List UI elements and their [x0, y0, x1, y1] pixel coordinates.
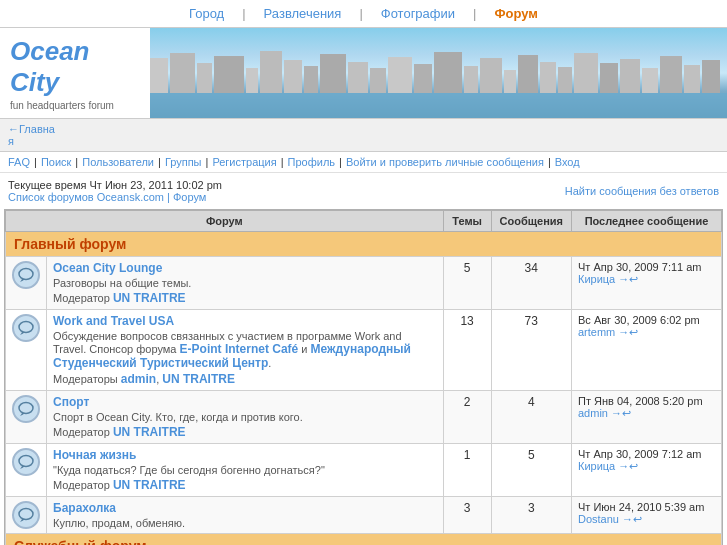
header-city-image [150, 28, 727, 118]
svg-rect-5 [246, 68, 258, 93]
mod-label-2: Модераторы [53, 373, 118, 385]
th-lastpost: Последнее сообщение [572, 211, 722, 232]
last-post-date-2: Вс Авг 30, 2009 6:02 pm [578, 314, 700, 326]
find-unanswered-link[interactable]: Найти сообщения без ответов [565, 185, 719, 197]
svg-rect-24 [642, 68, 658, 93]
last-post-icons-2: →↩ [618, 326, 638, 338]
last-post-cell-5: Чт Июн 24, 2010 5:39 am Dostanu →↩ [572, 497, 722, 534]
ql-sep-2: | [75, 156, 78, 168]
last-post-user-5[interactable]: Dostanu [578, 513, 619, 525]
svg-rect-12 [388, 57, 412, 93]
users-link[interactable]: Пользователи [82, 156, 154, 168]
register-link[interactable]: Регистрация [212, 156, 276, 168]
forum-bubble-icon-1 [17, 266, 35, 284]
mod-link-1[interactable]: UN TRAITRE [113, 291, 186, 305]
last-post-user-1[interactable]: Кирица [578, 273, 615, 285]
mod-link-3[interactable]: UN TRAITRE [113, 425, 186, 439]
topics-cell-4: 1 [443, 444, 491, 497]
last-post-user-2[interactable]: artemm [578, 326, 615, 338]
svg-rect-11 [370, 68, 386, 93]
th-forum: Форум [6, 211, 444, 232]
nav-forum[interactable]: Форум [476, 6, 555, 21]
search-link[interactable]: Поиск [41, 156, 71, 168]
forum-icon-cell-4 [6, 444, 47, 497]
svg-rect-13 [414, 64, 432, 93]
ql-sep-6: | [339, 156, 342, 168]
section-header-service: Служебный форум [6, 534, 722, 546]
table-row: Барахолка Куплю, продам, обменяю. 3 3 Чт… [6, 497, 722, 534]
forum-table: Форум Темы Сообщения Последнее сообщение… [5, 210, 722, 545]
status-right: Найти сообщения без ответов [565, 185, 719, 197]
profile-link[interactable]: Профиль [288, 156, 336, 168]
forum-link-1[interactable]: Ocean City Lounge [53, 261, 162, 275]
svg-point-31 [19, 456, 33, 467]
mod-link-4[interactable]: UN TRAITRE [113, 478, 186, 492]
nav-photos[interactable]: Фотографии [363, 6, 473, 21]
logo-subtitle: fun headquarters forum [10, 100, 140, 111]
messages-cell-3: 4 [491, 391, 571, 444]
section-header-main: Главный форум [6, 232, 722, 257]
svg-rect-17 [504, 70, 516, 93]
forum-link-3[interactable]: Спорт [53, 395, 89, 409]
login-link[interactable]: Вход [555, 156, 580, 168]
th-messages: Сообщения [491, 211, 571, 232]
groups-link[interactable]: Группы [165, 156, 202, 168]
faq-link[interactable]: FAQ [8, 156, 30, 168]
last-post-user-4[interactable]: Кирица [578, 460, 615, 472]
last-post-user-3[interactable]: admin [578, 407, 608, 419]
last-post-cell-4: Чт Апр 30, 2009 7:12 am Кирица →↩ [572, 444, 722, 497]
messages-link[interactable]: Войти и проверить личные сообщения [346, 156, 544, 168]
forum-desc-2: Обсуждение вопросов связанных с участием… [53, 330, 437, 370]
svg-rect-18 [518, 55, 538, 93]
forum-icon-cell-1 [6, 257, 47, 310]
forum-desc-1: Разговоры на общие темы. [53, 277, 437, 289]
forum-icon-cell-5 [6, 497, 47, 534]
svg-rect-19 [540, 62, 556, 93]
nav-city[interactable]: Город [171, 6, 242, 21]
svg-point-30 [19, 403, 33, 414]
forum-outer: Форум Темы Сообщения Последнее сообщение… [4, 209, 723, 545]
forum-link-5[interactable]: Барахолка [53, 501, 116, 515]
svg-rect-22 [600, 63, 618, 93]
forum-link-2[interactable]: Work and Travel USA [53, 314, 174, 328]
forum-path-link[interactable]: Список форумов Oceansk.com | Форум [8, 191, 206, 203]
mod-link-2a[interactable]: admin [121, 372, 156, 386]
svg-rect-15 [464, 66, 478, 93]
sponsor-link-1[interactable]: E-Point Internet Café [180, 342, 299, 356]
ql-sep-7: | [548, 156, 551, 168]
forum-icon-img-1 [12, 261, 40, 289]
svg-rect-0 [150, 93, 727, 118]
header-banner: Ocean City fun headquarters forum [0, 28, 727, 118]
forum-icon-cell-2 [6, 310, 47, 391]
forum-bubble-icon-5 [17, 506, 35, 524]
quick-links-bar: FAQ | Поиск | Пользователи | Группы | Ре… [0, 152, 727, 173]
messages-cell-5: 3 [491, 497, 571, 534]
forum-name-cell-1: Ocean City Lounge Разговоры на общие тем… [47, 257, 444, 310]
forum-name-cell-5: Барахолка Куплю, продам, обменяю. [47, 497, 444, 534]
forum-mod-1: Модератор UN TRAITRE [53, 291, 437, 305]
forum-desc-4: "Куда податься? Где бы сегодня богенно д… [53, 464, 437, 476]
last-post-date-3: Пт Янв 04, 2008 5:20 pm [578, 395, 703, 407]
svg-rect-6 [260, 51, 282, 93]
mod-label-1: Модератор [53, 292, 110, 304]
forum-link-4[interactable]: Ночная жизнь [53, 448, 136, 462]
mod-label-3: Модератор [53, 426, 110, 438]
section-title-main: Главный форум [6, 232, 722, 257]
svg-rect-8 [304, 66, 318, 93]
svg-rect-1 [150, 58, 168, 93]
topics-cell-5: 3 [443, 497, 491, 534]
ql-sep-5: | [281, 156, 284, 168]
nav-entertainment[interactable]: Развлечения [246, 6, 360, 21]
forum-desc-5: Куплю, продам, обменяю. [53, 517, 437, 529]
table-row: Спорт Спорт в Ocean City. Кто, где, когд… [6, 391, 722, 444]
forum-mod-4: Модератор UN TRAITRE [53, 478, 437, 492]
mod-link-2b[interactable]: UN TRAITRE [162, 372, 235, 386]
home-link[interactable]: ←Главная [8, 123, 55, 147]
breadcrumb-home[interactable]: ←Главная [8, 123, 55, 147]
last-post-icons-5: →↩ [622, 513, 642, 525]
logo-title: Ocean City [10, 36, 140, 98]
forum-bubble-icon-3 [17, 400, 35, 418]
logo: Ocean City fun headquarters forum [0, 28, 150, 118]
svg-rect-27 [702, 60, 720, 93]
last-post-date-1: Чт Апр 30, 2009 7:11 am [578, 261, 702, 273]
